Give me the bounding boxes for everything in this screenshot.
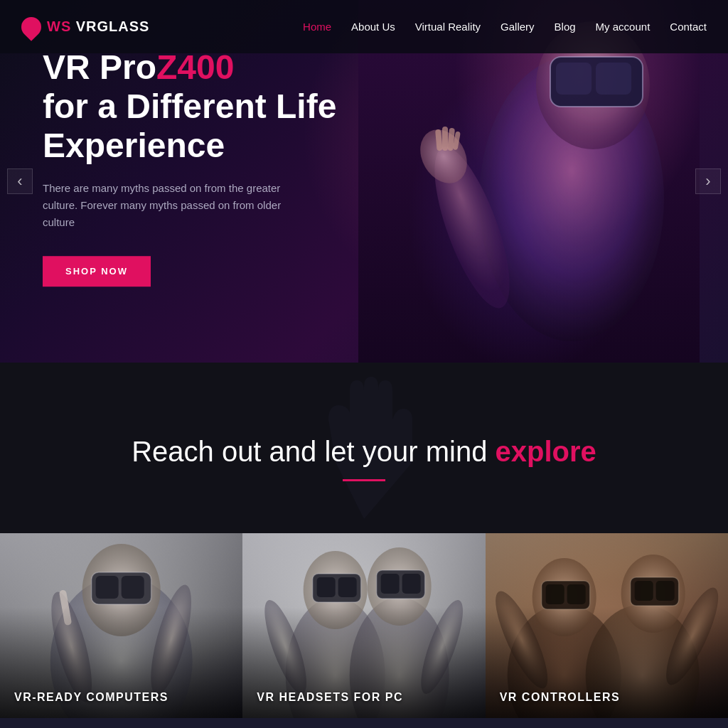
shop-now-button[interactable]: SHOP NOW (43, 256, 151, 287)
svg-rect-27 (381, 574, 400, 594)
middle-section: Reach out and let your mind explore (0, 363, 728, 533)
card-1-label: VR-READY COMPUTERS (14, 691, 168, 704)
nav-item-account[interactable]: My account (596, 21, 651, 33)
card-vr-controllers[interactable]: VR CONTROLLERS (486, 533, 728, 718)
middle-heading-pre: Reach out and let your mind (132, 436, 495, 467)
svg-rect-3 (556, 63, 592, 95)
svg-rect-35 (567, 584, 585, 604)
card-vr-headsets[interactable]: VR HEADSETS FOR PC (242, 533, 485, 718)
main-nav: Home About Us Virtual Reality Gallery Bl… (303, 21, 707, 33)
svg-rect-23 (338, 577, 357, 597)
svg-rect-28 (402, 574, 421, 594)
site-header: WS VRGLASS Home About Us Virtual Reality… (0, 0, 728, 53)
logo[interactable]: WS VRGLASS (21, 17, 149, 37)
hero-subtitle: There are many myths passed on from the … (43, 180, 313, 231)
hero-title-post: for a Different Life Experience (43, 87, 336, 164)
hero-section: VR ProZ400 for a Different Life Experien… (0, 0, 728, 363)
hero-title: VR ProZ400 for a Different Life Experien… (43, 48, 412, 166)
logo-icon (17, 13, 46, 41)
middle-underline (343, 479, 385, 481)
hero-title-accent: Z400 (156, 48, 234, 86)
nav-item-gallery[interactable]: Gallery (500, 21, 535, 33)
logo-ws: WS VRGLASS (47, 18, 149, 35)
svg-rect-34 (545, 584, 564, 604)
nav-item-about[interactable]: About Us (351, 21, 395, 33)
carousel-arrow-left[interactable]: ‹ (7, 168, 33, 194)
svg-rect-39 (634, 581, 653, 601)
svg-rect-40 (655, 581, 674, 601)
svg-rect-15 (122, 576, 144, 599)
cards-section: VR-READY COMPUTERS (0, 533, 728, 718)
card-2-label: VR HEADSETS FOR PC (257, 691, 403, 704)
nav-item-vr[interactable]: Virtual Reality (415, 21, 481, 33)
svg-rect-22 (317, 577, 336, 597)
nav-item-home[interactable]: Home (303, 21, 331, 33)
carousel-arrow-right[interactable]: › (695, 168, 721, 194)
svg-rect-4 (596, 63, 631, 95)
svg-rect-14 (96, 576, 119, 599)
hero-content: VR ProZ400 for a Different Life Experien… (43, 48, 412, 287)
card-vr-computers[interactable]: VR-READY COMPUTERS (0, 533, 242, 718)
middle-heading: Reach out and let your mind explore (132, 436, 596, 468)
svg-rect-8 (442, 127, 448, 151)
card-3-label: VR CONTROLLERS (500, 691, 620, 704)
nav-item-contact[interactable]: Contact (670, 21, 707, 33)
hero-title-pre: VR Pro (43, 48, 156, 86)
middle-heading-accent: explore (496, 436, 596, 467)
nav-item-blog[interactable]: Blog (555, 21, 576, 33)
